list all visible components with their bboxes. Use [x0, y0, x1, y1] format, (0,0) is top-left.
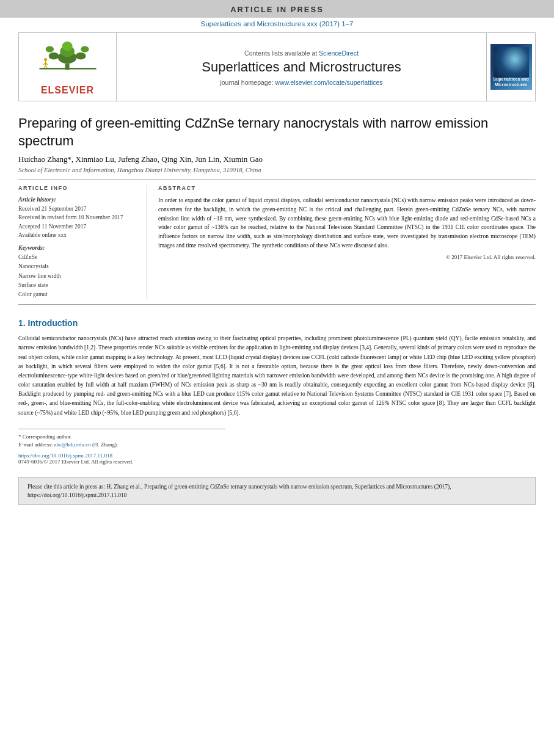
license-line: 0749-6036/© 2017 Elsevier Ltd. All right…	[18, 459, 536, 465]
article-info-heading: ARTICLE INFO	[18, 185, 136, 191]
divider-2	[18, 304, 536, 305]
article-info-col: ARTICLE INFO Article history: Received 2…	[18, 185, 147, 299]
info-abstract-row: ARTICLE INFO Article history: Received 2…	[18, 185, 536, 299]
keywords-label: Keywords:	[18, 244, 136, 251]
doi-line: https://doi.org/10.1016/j.spmi.2017.11.0…	[18, 453, 536, 459]
journal-header: ELSEVIER Contents lists available at Sci…	[18, 32, 536, 101]
contents-line: Contents lists available at ScienceDirec…	[244, 49, 359, 57]
doi-link[interactable]: https://doi.org/10.1016/j.spmi.2017.11.0…	[18, 453, 112, 459]
homepage-prefix: journal homepage:	[220, 79, 275, 86]
svg-point-6	[45, 46, 54, 53]
sciencedirect-link[interactable]: ScienceDirect	[319, 49, 359, 57]
journal-thumb-text: Superlattices and Microstructures	[492, 77, 531, 87]
corresponding-author-text: * Corresponding author.	[18, 434, 71, 440]
accepted-date: Accepted 11 November 2017	[18, 224, 86, 230]
svg-point-5	[75, 53, 86, 60]
introduction-heading: 1. Introduction	[18, 318, 536, 328]
journal-title-header: Superlattices and Microstructures	[202, 59, 401, 75]
article-title: Preparing of green-emitting CdZnSe terna…	[18, 115, 536, 150]
keywords-list: CdZnSe Nanocrystals Narrow line width Su…	[18, 253, 136, 299]
available-date: Available online xxx	[18, 232, 67, 238]
banner-text: ARTICLE IN PRESS	[230, 5, 324, 14]
contents-prefix: Contents lists available at	[244, 49, 319, 57]
footnote-corresponding: * Corresponding author. E-mail address: …	[18, 433, 536, 449]
keyword-4: Surface state	[18, 282, 48, 288]
email-link[interactable]: zhc@hdu.edu.cn	[54, 442, 90, 448]
citation-box: Please cite this article in press as: H.…	[18, 477, 536, 506]
svg-point-9	[44, 58, 47, 61]
keyword-3: Narrow line width	[18, 273, 61, 279]
elsevier-logo-section: ELSEVIER	[19, 33, 117, 101]
intro-text: Colloidal semiconductor nanocrystals (NC…	[18, 335, 536, 416]
journal-homepage-line: journal homepage: www.elsevier.com/locat…	[220, 79, 382, 86]
journal-homepage-link[interactable]: www.elsevier.com/locate/superlattices	[275, 79, 382, 86]
introduction-paragraph1: Colloidal semiconductor nanocrystals (NC…	[18, 334, 536, 418]
keyword-2: Nanocrystals	[18, 263, 49, 269]
divider-1	[18, 180, 536, 180]
journal-title-section: Contents lists available at ScienceDirec…	[117, 33, 486, 101]
keyword-5: Color gamut	[18, 291, 48, 297]
authors-text: Huichao Zhang*, Xinmiao Lu, Jufeng Zhao,…	[18, 154, 263, 164]
svg-point-3	[62, 42, 72, 51]
page-wrapper: ARTICLE IN PRESS Superlattices and Micro…	[0, 0, 554, 756]
footnote-divider	[18, 429, 225, 429]
article-in-press-banner: ARTICLE IN PRESS	[0, 0, 554, 18]
article-content: Preparing of green-emitting CdZnSe terna…	[0, 101, 554, 471]
revised-date: Received in revised form 10 November 201…	[18, 214, 123, 220]
elsevier-logo-box	[28, 38, 108, 84]
svg-point-4	[48, 53, 59, 60]
journal-thumbnail: Superlattices and Microstructures	[490, 44, 532, 90]
email-suffix: (H. Zhang).	[92, 442, 118, 448]
article-history-label: Article history:	[18, 196, 136, 203]
elsevier-wordmark: ELSEVIER	[41, 85, 94, 96]
email-label: E-mail address:	[18, 442, 53, 448]
copyright-line: © 2017 Elsevier Ltd. All rights reserved…	[158, 254, 536, 260]
journal-ref-line: Superlattices and Microstructures xxx (2…	[0, 18, 554, 29]
abstract-heading: ABSTRACT	[158, 185, 536, 191]
authors-line: Huichao Zhang*, Xinmiao Lu, Jufeng Zhao,…	[18, 154, 536, 164]
article-info-text: Received 21 September 2017 Received in r…	[18, 205, 136, 239]
journal-thumbnail-section: Superlattices and Microstructures	[486, 33, 535, 101]
svg-rect-8	[39, 68, 96, 70]
elsevier-tree-icon	[28, 38, 108, 71]
citation-text: Please cite this article in press as: H.…	[27, 484, 451, 498]
svg-point-7	[81, 46, 89, 53]
section-number: 1.	[18, 318, 26, 328]
abstract-text: In order to expand the color gamut of li…	[158, 196, 536, 250]
keyword-1: CdZnSe	[18, 254, 37, 260]
section-title-text: Introduction	[28, 318, 78, 328]
svg-line-14	[45, 66, 47, 68]
affiliation-line: School of Electronic and Information, Ha…	[18, 167, 536, 173]
abstract-col: ABSTRACT In order to expand the color ga…	[147, 185, 536, 299]
journal-ref-text: Superlattices and Microstructures xxx (2…	[201, 20, 354, 27]
received-date: Received 21 September 2017	[18, 206, 87, 212]
